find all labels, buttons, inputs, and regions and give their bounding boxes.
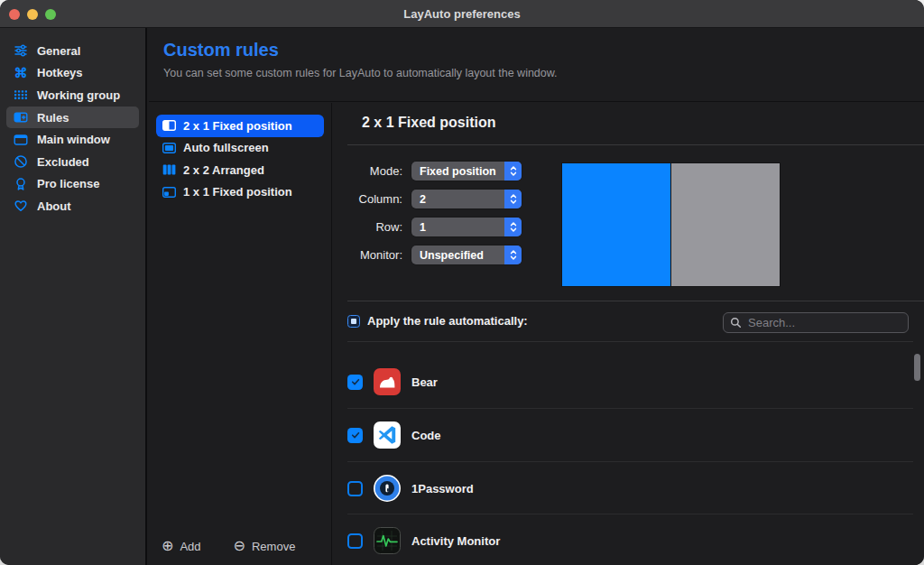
column-select[interactable]: 2: [411, 190, 522, 208]
rules-actions: ⊕ Add ⊖ Remove: [149, 527, 331, 565]
sidebar-item-pro-license[interactable]: Pro license: [6, 173, 139, 196]
row-field-row: Row: 1: [333, 218, 522, 236]
page-title: Custom rules: [163, 40, 924, 60]
search-icon: [730, 317, 742, 329]
stepper-chevrons-icon: [504, 218, 522, 236]
1password-app-icon: [374, 475, 401, 502]
heart-icon: [13, 199, 29, 213]
app-checkbox[interactable]: [347, 533, 363, 549]
page-subtitle: You can set some custom rules for LayAut…: [163, 67, 924, 79]
sidebar-item-excluded[interactable]: Excluded: [6, 151, 139, 173]
remove-rule-button[interactable]: ⊖ Remove: [234, 539, 296, 553]
sidebar-item-working-group[interactable]: Working group: [6, 84, 139, 107]
sidebar: General ⌘ Hotkeys Working group Rules Ma…: [0, 28, 147, 565]
apply-rule-label: Apply the rule automatically:: [367, 314, 528, 328]
prohibited-icon: [13, 154, 29, 169]
apply-rule-row: Apply the rule automatically:: [347, 314, 528, 328]
app-row-1password: 1Password: [347, 462, 913, 515]
layout-preview: [562, 163, 780, 286]
minimize-button[interactable]: [27, 9, 38, 20]
app-name: Activity Monitor: [411, 534, 500, 548]
preview-inactive-window: [671, 163, 780, 286]
bear-app-icon: [374, 368, 401, 395]
stepper-chevrons-icon: [504, 245, 522, 264]
sidebar-item-label: Pro license: [37, 177, 99, 190]
sidebar-item-general[interactable]: General: [6, 40, 139, 62]
divider: [347, 144, 924, 145]
layout-1x1-icon: [162, 187, 176, 198]
rule-item-2x1-fixed[interactable]: 2 x 1 Fixed position: [156, 115, 324, 137]
app-row-bear: Bear: [347, 356, 913, 409]
monitor-label: Monitor:: [333, 248, 411, 262]
sidebar-item-about[interactable]: About: [6, 195, 139, 218]
search-field[interactable]: [723, 312, 909, 333]
mode-select[interactable]: Fixed position: [411, 162, 522, 181]
monitor-select[interactable]: Unspecified: [411, 245, 522, 264]
rule-item-auto-fullscreen[interactable]: Auto fullscreen: [156, 137, 324, 160]
app-row-code: Code: [347, 409, 913, 462]
close-button[interactable]: [9, 9, 20, 20]
vscode-app-icon: [374, 421, 401, 449]
sliders-icon: [13, 43, 29, 58]
sidebar-item-label: Working group: [37, 88, 120, 102]
grid-dots-icon: [13, 88, 29, 102]
stepper-chevrons-icon: [504, 190, 522, 208]
row-select[interactable]: 1: [411, 218, 522, 236]
add-rule-button[interactable]: ⊕ Add: [162, 539, 201, 553]
add-rule-label: Add: [180, 540, 200, 553]
sidebar-item-label: About: [37, 199, 71, 213]
rule-item-label: Auto fullscreen: [183, 141, 269, 154]
rules-window-icon: [13, 110, 29, 125]
ribbon-icon: [13, 177, 29, 191]
app-name: 1Password: [411, 482, 474, 496]
sidebar-item-rules[interactable]: Rules: [6, 107, 139, 129]
sidebar-item-hotkeys[interactable]: ⌘ Hotkeys: [6, 62, 139, 85]
search-input[interactable]: [746, 315, 901, 330]
window-icon: [13, 133, 29, 147]
rule-item-label: 1 x 1 Fixed position: [183, 185, 292, 199]
title-bar: LayAuto preferences: [0, 0, 924, 28]
app-checkbox[interactable]: [347, 375, 363, 390]
layout-arranged-icon: [162, 164, 176, 175]
preferences-window: LayAuto preferences General ⌘ Hotkeys Wo…: [0, 0, 924, 565]
column-value: 2: [411, 193, 426, 206]
rule-item-label: 2 x 2 Arranged: [183, 163, 264, 177]
column-field-row: Column: 2: [333, 190, 522, 208]
app-name: Code: [411, 429, 441, 442]
command-icon: ⌘: [13, 66, 29, 80]
preview-active-window: [562, 163, 670, 286]
page-header: Custom rules You can set some custom rul…: [149, 28, 924, 102]
app-name: Bear: [411, 375, 438, 389]
sidebar-item-label: Main window: [37, 133, 110, 146]
rule-detail-title: 2 x 1 Fixed position: [362, 115, 495, 131]
sidebar-item-label: Hotkeys: [37, 66, 83, 79]
sidebar-item-main-window[interactable]: Main window: [6, 128, 139, 151]
scrollbar-thumb[interactable]: [914, 354, 920, 381]
apply-rule-checkbox[interactable]: [347, 315, 360, 328]
app-checkbox[interactable]: [347, 481, 363, 496]
layout-2x1-icon: [162, 120, 176, 131]
plus-circle-icon: ⊕: [162, 539, 173, 553]
zoom-button[interactable]: [45, 9, 56, 20]
activity-monitor-app-icon: [374, 527, 401, 554]
window-title: LayAuto preferences: [403, 7, 520, 21]
rule-detail-panel: 2 x 1 Fixed position Mode: Fixed positio…: [333, 103, 924, 565]
rules-list: 2 x 1 Fixed position Auto fullscreen 2 x…: [149, 103, 331, 203]
mode-value: Fixed position: [411, 165, 496, 178]
rule-item-label: 2 x 1 Fixed position: [183, 119, 292, 133]
sidebar-item-label: General: [37, 44, 80, 58]
app-list: Bear Code 1Password: [333, 342, 924, 565]
monitor-value: Unspecified: [411, 249, 484, 262]
mode-label: Mode:: [333, 164, 411, 178]
app-row-activity-monitor: Activity Monitor: [347, 514, 913, 565]
divider: [347, 301, 924, 301]
stepper-chevrons-icon: [504, 162, 522, 181]
rule-item-2x2-arranged[interactable]: 2 x 2 Arranged: [156, 159, 324, 181]
app-checkbox[interactable]: [347, 428, 363, 443]
row-label: Row:: [333, 220, 411, 234]
layout-fullscreen-icon: [162, 143, 176, 153]
traffic-lights: [9, 0, 56, 28]
minus-circle-icon: ⊖: [234, 539, 245, 553]
rule-item-1x1-fixed[interactable]: 1 x 1 Fixed position: [156, 181, 324, 204]
rules-list-panel: 2 x 1 Fixed position Auto fullscreen 2 x…: [149, 103, 332, 565]
